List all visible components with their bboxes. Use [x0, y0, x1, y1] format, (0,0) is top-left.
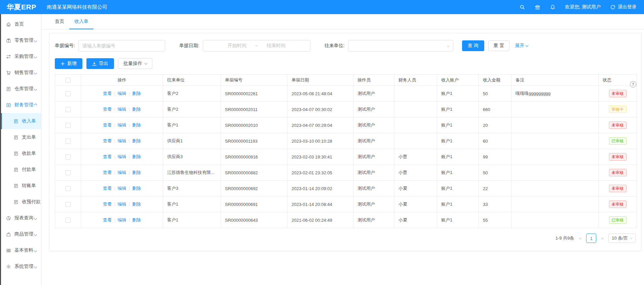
row-checkbox[interactable] — [66, 202, 71, 207]
sidebar-item-finance[interactable]: 财务管理 — [1, 97, 41, 113]
action-delete-link[interactable]: 删除 — [132, 186, 141, 191]
sidebar-item-report[interactable]: 报表查询 — [1, 210, 41, 226]
bell-icon[interactable] — [550, 4, 556, 10]
export-button[interactable]: 导出 — [86, 58, 114, 69]
tab-home[interactable]: 首页 — [50, 14, 69, 29]
action-view-link[interactable]: 查看 — [103, 122, 112, 128]
plus-icon — [61, 62, 65, 66]
action-view-link[interactable]: 查看 — [103, 217, 112, 222]
action-delete-link[interactable]: 删除 — [132, 138, 141, 143]
date-range-picker[interactable]: 开始时间 ~ 结束时间 — [203, 40, 310, 51]
row-checkbox[interactable] — [66, 123, 71, 128]
batch-actions-button[interactable]: 批量操作 — [118, 58, 152, 69]
cell-account: 账户1 — [437, 117, 479, 133]
cell-remark — [512, 149, 599, 165]
cell-bill-number: SR00000000643 — [221, 212, 288, 228]
action-view-link[interactable]: 查看 — [103, 138, 112, 143]
sidebar-item-expense[interactable]: 支出单 — [1, 129, 41, 145]
header-select-all — [55, 75, 81, 86]
sidebar-item-warehouse[interactable]: 仓库管理 — [1, 81, 41, 97]
action-view-link[interactable]: 查看 — [103, 91, 112, 96]
sidebar-item-advance[interactable]: 收预付款 — [1, 194, 41, 210]
cell-remark — [512, 181, 599, 197]
action-edit-link[interactable]: 编辑 — [118, 122, 126, 128]
sidebar-item-purchase[interactable]: 采购管理 — [1, 48, 41, 65]
app-logo: 华夏ERP — [0, 2, 41, 12]
action-view-link[interactable]: 查看 — [103, 202, 112, 207]
purchase-icon — [6, 54, 11, 59]
cell-counterparty: 供应商3 — [163, 149, 221, 165]
income-receipt-card: 单据编号: 单据日期: 开始时间 ~ 结束时间 往来单位: — [49, 33, 641, 251]
action-edit-link[interactable]: 编辑 — [118, 202, 126, 207]
action-delete-link[interactable]: 删除 — [132, 217, 141, 222]
select-all-checkbox[interactable] — [66, 78, 71, 83]
action-delete-link[interactable]: 删除 — [132, 202, 141, 207]
action-edit-link[interactable]: 编辑 — [118, 91, 126, 96]
cell-account: 账户1 — [437, 86, 479, 102]
sidebar-item-income[interactable]: 收入单 — [1, 113, 41, 129]
action-delete-link[interactable]: 删除 — [132, 154, 141, 159]
retail-icon — [6, 38, 11, 43]
logout-icon — [610, 4, 616, 10]
status-badge: 已审核 — [609, 216, 627, 224]
action-delete-link[interactable]: 删除 — [132, 91, 141, 96]
sidebar-item-retail[interactable]: 零售管理 — [1, 32, 41, 48]
bill-date-label: 单据日期: — [179, 43, 199, 49]
sidebar-item-goods[interactable]: 商品管理 — [1, 226, 41, 242]
logout-button[interactable]: 退出登录 — [610, 4, 637, 10]
page-size-select[interactable]: 10 条/页 — [608, 234, 636, 243]
search-button[interactable]: 查 询 — [462, 40, 484, 51]
sidebar-item-basic[interactable]: 基本资料 — [1, 242, 41, 258]
bank-icon[interactable] — [535, 4, 540, 10]
row-checkbox[interactable] — [66, 107, 71, 112]
cell-amount: 50 — [479, 86, 512, 102]
action-view-link[interactable]: 查看 — [103, 170, 112, 175]
sidebar-item-home[interactable]: 首页 — [1, 16, 41, 32]
page-number-button[interactable]: 1 — [586, 234, 596, 243]
row-checkbox[interactable] — [66, 170, 71, 175]
cell-bill-number: SR00000001193 — [221, 133, 288, 149]
action-view-link[interactable]: 查看 — [103, 186, 112, 191]
action-view-link[interactable]: 查看 — [103, 154, 112, 159]
bill-number-input[interactable] — [78, 40, 165, 51]
action-view-link[interactable]: 查看 — [103, 107, 112, 112]
sidebar-item-receipt[interactable]: 收款单 — [1, 145, 41, 162]
action-edit-link[interactable]: 编辑 — [118, 186, 126, 191]
action-edit-link[interactable]: 编辑 — [118, 154, 126, 159]
action-delete-link[interactable]: 删除 — [132, 107, 141, 112]
cell-finance-staff: 小夏 — [394, 197, 437, 212]
action-edit-link[interactable]: 编辑 — [118, 217, 126, 222]
expand-link[interactable]: 展开 — [515, 43, 528, 49]
cell-counterparty: 供应商1 — [163, 133, 221, 149]
row-checkbox[interactable] — [66, 186, 71, 191]
sidebar-item-sales[interactable]: 销售管理 — [1, 65, 41, 81]
row-checkbox[interactable] — [66, 139, 71, 144]
sidebar-item-transfer[interactable]: 转账单 — [1, 178, 41, 194]
status-badge: 未审核 — [609, 201, 627, 208]
action-delete-link[interactable]: 删除 — [132, 170, 141, 175]
next-page-button[interactable]: > — [600, 236, 605, 241]
action-edit-link[interactable]: 编辑 — [118, 107, 126, 112]
help-icon[interactable]: ? — [630, 81, 636, 87]
counterparty-select[interactable] — [348, 40, 453, 51]
prev-page-button[interactable]: < — [577, 236, 583, 241]
tab-income-receipt[interactable]: 收入单 — [69, 14, 93, 29]
action-delete-link[interactable]: 删除 — [132, 122, 141, 128]
action-edit-link[interactable]: 编辑 — [118, 138, 126, 143]
cell-bill-date: 2023-05-08 21:48:04 — [288, 86, 353, 102]
add-button[interactable]: 新增 — [55, 58, 82, 69]
topbar-actions: 欢迎您, 测试用户 退出登录 — [520, 4, 644, 10]
action-edit-link[interactable]: 编辑 — [118, 170, 126, 175]
row-checkbox[interactable] — [66, 91, 71, 96]
row-checkbox[interactable] — [66, 154, 71, 159]
sidebar-item-payment[interactable]: 付款单 — [1, 162, 41, 178]
cell-amount: 33 — [479, 197, 512, 212]
reset-button[interactable]: 重 置 — [488, 40, 510, 51]
sidebar-item-system[interactable]: 系统管理 — [1, 258, 41, 275]
cell-amount: 99 — [479, 149, 512, 165]
sidebar-item-label: 付款单 — [22, 167, 36, 173]
doc-icon — [13, 167, 18, 172]
search-icon[interactable] — [520, 4, 525, 10]
row-checkbox[interactable] — [66, 218, 71, 223]
cell-counterparty: 客户3 — [163, 181, 221, 197]
